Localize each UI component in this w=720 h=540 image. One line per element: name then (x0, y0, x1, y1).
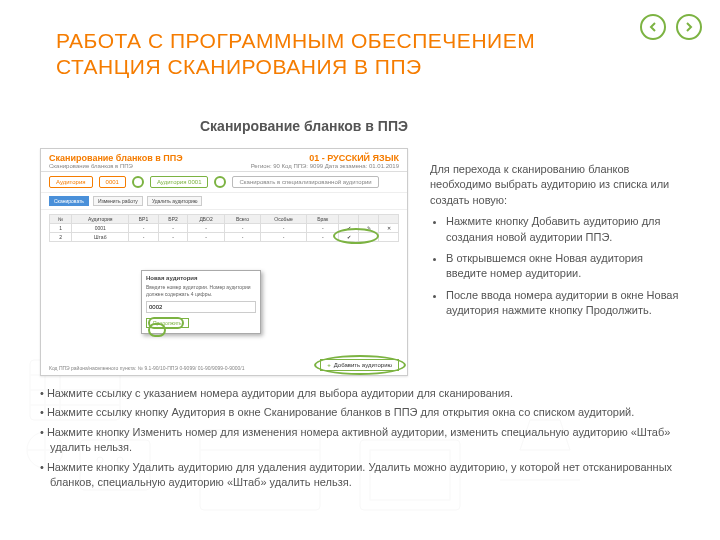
bottom-p3: • Нажмите кнопку Изменить номер для изме… (40, 425, 686, 456)
screenshot-title: Сканирование бланков в ППЭ (49, 153, 183, 163)
new-audience-dialog: Новая аудитория Введите номер аудитории.… (141, 270, 261, 334)
audience-button[interactable]: Аудитория 0001 (150, 176, 209, 188)
highlight-circle-4 (148, 323, 166, 337)
add-audience-button[interactable]: +Добавить аудиторию (320, 359, 399, 371)
bottom-p1: • Нажмите ссылку с указанием номера ауди… (40, 386, 686, 401)
page-title: РАБОТА С ПРОГРАММНЫМ ОБЕСПЕЧЕНИЕМ СТАНЦИ… (56, 28, 640, 81)
bullet-3: После ввода номера аудитории в окне Нова… (446, 288, 686, 319)
prev-button[interactable] (640, 14, 666, 40)
page-subtitle: Сканирование бланков в ППЭ (200, 118, 408, 134)
dialog-message: Введите номер аудитории. Номер аудитории… (146, 284, 256, 297)
scan-button[interactable]: Сканировать (49, 196, 89, 206)
edit-number-button[interactable]: Изменить работу (93, 196, 143, 206)
screenshot-footer-meta: Код ППЭ района/населенного пункта: № 9.1… (49, 365, 244, 371)
screenshot-breadcrumb: Сканирование бланков в ППЭ (49, 163, 183, 169)
audience-label: Аудитория (49, 176, 93, 188)
right-instructions: Для перехода к сканированию бланков необ… (430, 162, 686, 325)
bottom-p4: • Нажмите кнопку Удалить аудиторию для у… (40, 460, 686, 491)
dialog-title: Новая аудитория (146, 275, 256, 281)
spec-audience-button[interactable]: Сканировать в специализированной аудитор… (232, 176, 378, 188)
delete-audience-button[interactable]: Удалить аудиторию (147, 196, 203, 206)
bullet-1: Нажмите кнопку Добавить аудиторию для со… (446, 214, 686, 245)
screenshot-meta: Регион: 90 Код ППЭ: 9099 Дата экзамена: … (251, 163, 399, 169)
next-button[interactable] (676, 14, 702, 40)
highlight-circle-1 (132, 176, 144, 188)
bottom-instructions: • Нажмите ссылку с указанием номера ауди… (40, 386, 686, 494)
bullet-2: В открывшемся окне Новая аудитория введи… (446, 251, 686, 282)
highlight-circle-2 (214, 176, 226, 188)
bottom-p2: • Нажмите ссылку кнопку Аудитория в окне… (40, 405, 686, 420)
intro-text: Для перехода к сканированию бланков необ… (430, 162, 686, 208)
audience-number: 0001 (99, 176, 126, 188)
plus-icon: + (327, 362, 331, 368)
screenshot-subject: 01 - РУССКИЙ ЯЗЫК (251, 153, 399, 163)
audience-number-input[interactable] (146, 301, 256, 313)
forms-table: №АудиторияБР1БР2ДБО2ВсегоОсобыеБрак 1000… (49, 214, 399, 242)
chevron-left-icon (648, 22, 658, 32)
chevron-right-icon (684, 22, 694, 32)
app-screenshot: Сканирование бланков в ППЭ Сканирование … (40, 148, 408, 376)
